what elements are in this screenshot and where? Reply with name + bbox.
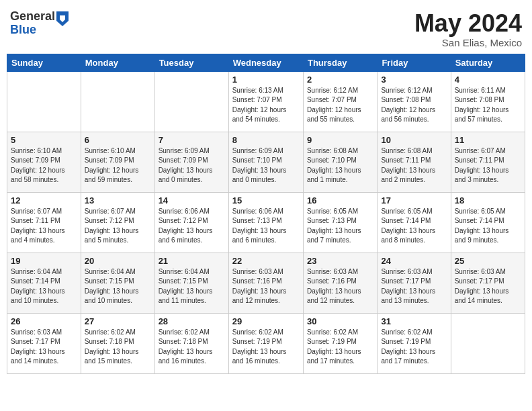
day-info: Sunrise: 6:05 AM Sunset: 7:14 PM Dayligh… — [455, 207, 521, 246]
day-number: 13 — [85, 195, 151, 205]
day-info: Sunrise: 6:03 AM Sunset: 7:17 PM Dayligh… — [381, 267, 447, 306]
weekday-header-sunday: Sunday — [7, 54, 81, 71]
calendar-cell: 11Sunrise: 6:07 AM Sunset: 7:11 PM Dayli… — [451, 132, 525, 192]
calendar-cell: 29Sunrise: 6:02 AM Sunset: 7:19 PM Dayli… — [228, 313, 303, 373]
day-info: Sunrise: 6:07 AM Sunset: 7:12 PM Dayligh… — [85, 207, 151, 246]
day-number: 30 — [307, 316, 373, 326]
day-info: Sunrise: 6:12 AM Sunset: 7:07 PM Dayligh… — [307, 86, 373, 125]
calendar-cell: 26Sunrise: 6:03 AM Sunset: 7:17 PM Dayli… — [7, 313, 81, 373]
calendar-cell — [154, 71, 228, 132]
day-number: 7 — [159, 135, 225, 145]
calendar-cell: 23Sunrise: 6:03 AM Sunset: 7:16 PM Dayli… — [303, 253, 377, 313]
calendar-cell: 6Sunrise: 6:10 AM Sunset: 7:09 PM Daylig… — [81, 132, 154, 192]
day-number: 16 — [307, 195, 373, 205]
calendar-cell: 7Sunrise: 6:09 AM Sunset: 7:09 PM Daylig… — [154, 132, 228, 192]
day-info: Sunrise: 6:02 AM Sunset: 7:19 PM Dayligh… — [232, 328, 300, 367]
day-info: Sunrise: 6:13 AM Sunset: 7:07 PM Dayligh… — [232, 86, 300, 125]
calendar-cell: 27Sunrise: 6:02 AM Sunset: 7:18 PM Dayli… — [81, 313, 154, 373]
day-info: Sunrise: 6:10 AM Sunset: 7:09 PM Dayligh… — [11, 146, 77, 185]
weekday-header-thursday: Thursday — [303, 54, 377, 71]
day-number: 12 — [11, 195, 77, 205]
day-number: 14 — [159, 195, 225, 205]
calendar-cell: 19Sunrise: 6:04 AM Sunset: 7:14 PM Dayli… — [7, 253, 81, 313]
day-number: 6 — [85, 135, 151, 145]
calendar-cell: 17Sunrise: 6:05 AM Sunset: 7:14 PM Dayli… — [378, 192, 451, 253]
day-number: 22 — [232, 256, 300, 266]
day-info: Sunrise: 6:03 AM Sunset: 7:17 PM Dayligh… — [11, 328, 77, 367]
day-info: Sunrise: 6:03 AM Sunset: 7:17 PM Dayligh… — [455, 267, 521, 306]
day-number: 9 — [307, 135, 373, 145]
calendar-cell — [7, 71, 81, 132]
day-info: Sunrise: 6:05 AM Sunset: 7:13 PM Dayligh… — [307, 207, 373, 246]
calendar-week-2: 5Sunrise: 6:10 AM Sunset: 7:09 PM Daylig… — [7, 132, 525, 192]
day-info: Sunrise: 6:02 AM Sunset: 7:18 PM Dayligh… — [159, 328, 225, 367]
calendar-cell: 8Sunrise: 6:09 AM Sunset: 7:10 PM Daylig… — [228, 132, 303, 192]
day-number: 24 — [381, 256, 447, 266]
weekday-header-friday: Friday — [378, 54, 451, 71]
day-number: 31 — [381, 316, 447, 326]
title-block: May 2024 San Elias, Mexico — [414, 10, 522, 48]
day-number: 5 — [11, 135, 77, 145]
weekday-header-row: SundayMondayTuesdayWednesdayThursdayFrid… — [7, 54, 525, 71]
page-header: General Blue May 2024 San Elias, Mexico — [7, 7, 525, 48]
day-number: 28 — [159, 316, 225, 326]
calendar-cell: 31Sunrise: 6:02 AM Sunset: 7:19 PM Dayli… — [378, 313, 451, 373]
calendar-cell: 10Sunrise: 6:08 AM Sunset: 7:11 PM Dayli… — [378, 132, 451, 192]
logo: General Blue — [10, 10, 69, 37]
day-info: Sunrise: 6:02 AM Sunset: 7:19 PM Dayligh… — [381, 328, 447, 367]
weekday-header-wednesday: Wednesday — [228, 54, 303, 71]
day-info: Sunrise: 6:03 AM Sunset: 7:16 PM Dayligh… — [232, 267, 300, 306]
calendar-week-1: 1Sunrise: 6:13 AM Sunset: 7:07 PM Daylig… — [7, 71, 525, 132]
location: San Elias, Mexico — [414, 37, 522, 48]
day-number: 4 — [455, 75, 521, 85]
calendar-week-4: 19Sunrise: 6:04 AM Sunset: 7:14 PM Dayli… — [7, 253, 525, 313]
weekday-header-tuesday: Tuesday — [154, 54, 228, 71]
calendar-cell: 21Sunrise: 6:04 AM Sunset: 7:15 PM Dayli… — [154, 253, 228, 313]
day-info: Sunrise: 6:04 AM Sunset: 7:15 PM Dayligh… — [85, 267, 151, 306]
calendar-cell: 14Sunrise: 6:06 AM Sunset: 7:12 PM Dayli… — [154, 192, 228, 253]
calendar-cell: 4Sunrise: 6:11 AM Sunset: 7:08 PM Daylig… — [451, 71, 525, 132]
day-number: 8 — [232, 135, 300, 145]
day-number: 17 — [381, 195, 447, 205]
day-number: 19 — [11, 256, 77, 266]
weekday-header-saturday: Saturday — [451, 54, 525, 71]
calendar-cell: 16Sunrise: 6:05 AM Sunset: 7:13 PM Dayli… — [303, 192, 377, 253]
day-info: Sunrise: 6:11 AM Sunset: 7:08 PM Dayligh… — [455, 86, 521, 125]
day-info: Sunrise: 6:06 AM Sunset: 7:13 PM Dayligh… — [232, 207, 300, 246]
calendar-week-5: 26Sunrise: 6:03 AM Sunset: 7:17 PM Dayli… — [7, 313, 525, 373]
calendar-cell — [81, 71, 154, 132]
logo-general: General — [10, 10, 55, 24]
day-info: Sunrise: 6:05 AM Sunset: 7:14 PM Dayligh… — [381, 207, 447, 246]
calendar-cell: 15Sunrise: 6:06 AM Sunset: 7:13 PM Dayli… — [228, 192, 303, 253]
calendar-cell: 2Sunrise: 6:12 AM Sunset: 7:07 PM Daylig… — [303, 71, 377, 132]
day-info: Sunrise: 6:04 AM Sunset: 7:15 PM Dayligh… — [159, 267, 225, 306]
calendar-cell: 30Sunrise: 6:02 AM Sunset: 7:19 PM Dayli… — [303, 313, 377, 373]
calendar-cell: 1Sunrise: 6:13 AM Sunset: 7:07 PM Daylig… — [228, 71, 303, 132]
day-number: 29 — [232, 316, 300, 326]
day-info: Sunrise: 6:02 AM Sunset: 7:19 PM Dayligh… — [307, 328, 373, 367]
logo-icon — [56, 11, 69, 26]
day-info: Sunrise: 6:10 AM Sunset: 7:09 PM Dayligh… — [85, 146, 151, 185]
calendar-cell — [451, 313, 525, 373]
day-number: 23 — [307, 256, 373, 266]
day-number: 26 — [11, 316, 77, 326]
day-number: 1 — [232, 75, 300, 85]
calendar-table: SundayMondayTuesdayWednesdayThursdayFrid… — [7, 54, 525, 374]
day-info: Sunrise: 6:12 AM Sunset: 7:08 PM Dayligh… — [381, 86, 447, 125]
month-title: May 2024 — [414, 10, 522, 37]
day-number: 3 — [381, 75, 447, 85]
calendar-cell: 22Sunrise: 6:03 AM Sunset: 7:16 PM Dayli… — [228, 253, 303, 313]
day-info: Sunrise: 6:07 AM Sunset: 7:11 PM Dayligh… — [455, 146, 521, 185]
day-info: Sunrise: 6:08 AM Sunset: 7:11 PM Dayligh… — [381, 146, 447, 185]
day-number: 10 — [381, 135, 447, 145]
day-number: 15 — [232, 195, 300, 205]
calendar-cell: 20Sunrise: 6:04 AM Sunset: 7:15 PM Dayli… — [81, 253, 154, 313]
calendar-cell: 5Sunrise: 6:10 AM Sunset: 7:09 PM Daylig… — [7, 132, 81, 192]
day-info: Sunrise: 6:06 AM Sunset: 7:12 PM Dayligh… — [159, 207, 225, 246]
day-info: Sunrise: 6:09 AM Sunset: 7:09 PM Dayligh… — [159, 146, 225, 185]
day-info: Sunrise: 6:08 AM Sunset: 7:10 PM Dayligh… — [307, 146, 373, 185]
day-info: Sunrise: 6:04 AM Sunset: 7:14 PM Dayligh… — [11, 267, 77, 306]
calendar-cell: 13Sunrise: 6:07 AM Sunset: 7:12 PM Dayli… — [81, 192, 154, 253]
day-number: 18 — [455, 195, 521, 205]
day-number: 11 — [455, 135, 521, 145]
